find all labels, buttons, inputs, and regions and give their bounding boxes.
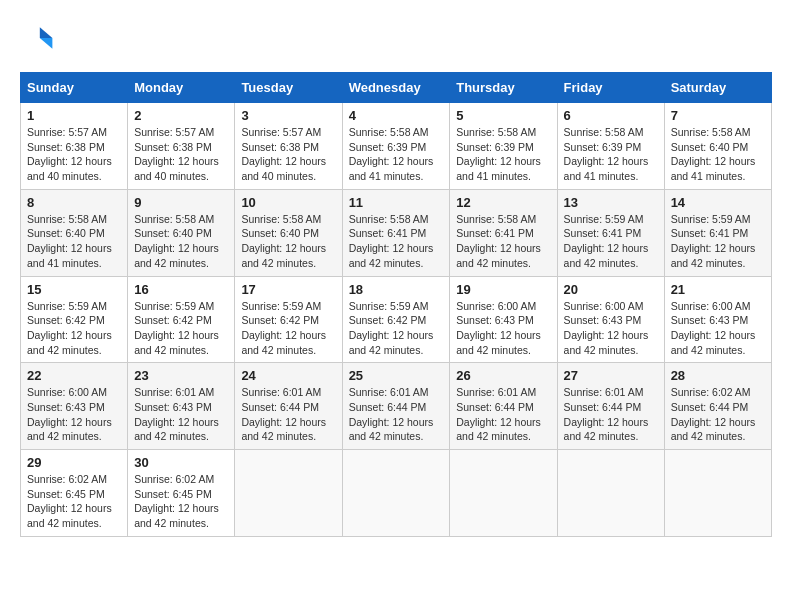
table-cell: 28Sunrise: 6:02 AMSunset: 6:44 PMDayligh… bbox=[664, 363, 771, 450]
table-cell: 6Sunrise: 5:58 AMSunset: 6:39 PMDaylight… bbox=[557, 103, 664, 190]
page-header bbox=[20, 20, 772, 56]
day-info: Sunrise: 6:02 AMSunset: 6:45 PMDaylight:… bbox=[134, 472, 228, 531]
col-thursday: Thursday bbox=[450, 73, 557, 103]
table-cell: 17Sunrise: 5:59 AMSunset: 6:42 PMDayligh… bbox=[235, 276, 342, 363]
col-sunday: Sunday bbox=[21, 73, 128, 103]
table-cell: 7Sunrise: 5:58 AMSunset: 6:40 PMDaylight… bbox=[664, 103, 771, 190]
day-info: Sunrise: 5:58 AMSunset: 6:40 PMDaylight:… bbox=[241, 212, 335, 271]
day-number: 24 bbox=[241, 368, 335, 383]
day-number: 13 bbox=[564, 195, 658, 210]
calendar-table: Sunday Monday Tuesday Wednesday Thursday… bbox=[20, 72, 772, 537]
col-saturday: Saturday bbox=[664, 73, 771, 103]
table-row: 1Sunrise: 5:57 AMSunset: 6:38 PMDaylight… bbox=[21, 103, 772, 190]
table-cell: 22Sunrise: 6:00 AMSunset: 6:43 PMDayligh… bbox=[21, 363, 128, 450]
table-cell: 8Sunrise: 5:58 AMSunset: 6:40 PMDaylight… bbox=[21, 189, 128, 276]
table-cell: 4Sunrise: 5:58 AMSunset: 6:39 PMDaylight… bbox=[342, 103, 450, 190]
svg-marker-1 bbox=[40, 38, 53, 49]
table-row: 22Sunrise: 6:00 AMSunset: 6:43 PMDayligh… bbox=[21, 363, 772, 450]
day-info: Sunrise: 5:58 AMSunset: 6:40 PMDaylight:… bbox=[134, 212, 228, 271]
day-number: 30 bbox=[134, 455, 228, 470]
header-row: Sunday Monday Tuesday Wednesday Thursday… bbox=[21, 73, 772, 103]
day-info: Sunrise: 5:59 AMSunset: 6:41 PMDaylight:… bbox=[671, 212, 765, 271]
day-number: 25 bbox=[349, 368, 444, 383]
table-cell: 12Sunrise: 5:58 AMSunset: 6:41 PMDayligh… bbox=[450, 189, 557, 276]
day-number: 4 bbox=[349, 108, 444, 123]
table-cell: 27Sunrise: 6:01 AMSunset: 6:44 PMDayligh… bbox=[557, 363, 664, 450]
day-number: 11 bbox=[349, 195, 444, 210]
day-info: Sunrise: 6:00 AMSunset: 6:43 PMDaylight:… bbox=[564, 299, 658, 358]
day-number: 21 bbox=[671, 282, 765, 297]
calendar-body: 1Sunrise: 5:57 AMSunset: 6:38 PMDaylight… bbox=[21, 103, 772, 537]
day-number: 9 bbox=[134, 195, 228, 210]
day-number: 2 bbox=[134, 108, 228, 123]
day-number: 10 bbox=[241, 195, 335, 210]
day-info: Sunrise: 6:01 AMSunset: 6:44 PMDaylight:… bbox=[241, 385, 335, 444]
table-cell: 24Sunrise: 6:01 AMSunset: 6:44 PMDayligh… bbox=[235, 363, 342, 450]
day-info: Sunrise: 5:57 AMSunset: 6:38 PMDaylight:… bbox=[134, 125, 228, 184]
table-cell: 18Sunrise: 5:59 AMSunset: 6:42 PMDayligh… bbox=[342, 276, 450, 363]
day-info: Sunrise: 5:57 AMSunset: 6:38 PMDaylight:… bbox=[27, 125, 121, 184]
table-cell: 16Sunrise: 5:59 AMSunset: 6:42 PMDayligh… bbox=[128, 276, 235, 363]
day-number: 5 bbox=[456, 108, 550, 123]
day-number: 15 bbox=[27, 282, 121, 297]
day-number: 14 bbox=[671, 195, 765, 210]
day-number: 22 bbox=[27, 368, 121, 383]
table-cell: 3Sunrise: 5:57 AMSunset: 6:38 PMDaylight… bbox=[235, 103, 342, 190]
table-cell: 2Sunrise: 5:57 AMSunset: 6:38 PMDaylight… bbox=[128, 103, 235, 190]
day-info: Sunrise: 5:59 AMSunset: 6:42 PMDaylight:… bbox=[349, 299, 444, 358]
day-info: Sunrise: 5:58 AMSunset: 6:40 PMDaylight:… bbox=[27, 212, 121, 271]
day-number: 27 bbox=[564, 368, 658, 383]
day-info: Sunrise: 6:01 AMSunset: 6:44 PMDaylight:… bbox=[564, 385, 658, 444]
day-info: Sunrise: 5:58 AMSunset: 6:39 PMDaylight:… bbox=[349, 125, 444, 184]
calendar-header: Sunday Monday Tuesday Wednesday Thursday… bbox=[21, 73, 772, 103]
table-cell: 26Sunrise: 6:01 AMSunset: 6:44 PMDayligh… bbox=[450, 363, 557, 450]
table-cell: 14Sunrise: 5:59 AMSunset: 6:41 PMDayligh… bbox=[664, 189, 771, 276]
day-info: Sunrise: 6:01 AMSunset: 6:44 PMDaylight:… bbox=[349, 385, 444, 444]
table-cell: 20Sunrise: 6:00 AMSunset: 6:43 PMDayligh… bbox=[557, 276, 664, 363]
day-info: Sunrise: 5:59 AMSunset: 6:42 PMDaylight:… bbox=[241, 299, 335, 358]
day-info: Sunrise: 5:58 AMSunset: 6:39 PMDaylight:… bbox=[456, 125, 550, 184]
table-cell bbox=[235, 450, 342, 537]
day-info: Sunrise: 6:02 AMSunset: 6:44 PMDaylight:… bbox=[671, 385, 765, 444]
table-cell bbox=[450, 450, 557, 537]
day-number: 29 bbox=[27, 455, 121, 470]
day-number: 3 bbox=[241, 108, 335, 123]
day-number: 20 bbox=[564, 282, 658, 297]
col-wednesday: Wednesday bbox=[342, 73, 450, 103]
table-cell: 15Sunrise: 5:59 AMSunset: 6:42 PMDayligh… bbox=[21, 276, 128, 363]
table-cell: 30Sunrise: 6:02 AMSunset: 6:45 PMDayligh… bbox=[128, 450, 235, 537]
table-row: 15Sunrise: 5:59 AMSunset: 6:42 PMDayligh… bbox=[21, 276, 772, 363]
day-number: 28 bbox=[671, 368, 765, 383]
day-number: 7 bbox=[671, 108, 765, 123]
col-monday: Monday bbox=[128, 73, 235, 103]
day-info: Sunrise: 5:59 AMSunset: 6:41 PMDaylight:… bbox=[564, 212, 658, 271]
logo-icon bbox=[20, 20, 56, 56]
day-info: Sunrise: 6:01 AMSunset: 6:43 PMDaylight:… bbox=[134, 385, 228, 444]
table-cell: 23Sunrise: 6:01 AMSunset: 6:43 PMDayligh… bbox=[128, 363, 235, 450]
day-info: Sunrise: 5:58 AMSunset: 6:41 PMDaylight:… bbox=[456, 212, 550, 271]
table-cell bbox=[557, 450, 664, 537]
day-number: 19 bbox=[456, 282, 550, 297]
table-row: 8Sunrise: 5:58 AMSunset: 6:40 PMDaylight… bbox=[21, 189, 772, 276]
day-number: 12 bbox=[456, 195, 550, 210]
day-info: Sunrise: 6:00 AMSunset: 6:43 PMDaylight:… bbox=[671, 299, 765, 358]
day-number: 16 bbox=[134, 282, 228, 297]
table-cell: 10Sunrise: 5:58 AMSunset: 6:40 PMDayligh… bbox=[235, 189, 342, 276]
day-number: 26 bbox=[456, 368, 550, 383]
day-info: Sunrise: 5:59 AMSunset: 6:42 PMDaylight:… bbox=[27, 299, 121, 358]
logo bbox=[20, 20, 60, 56]
table-cell: 19Sunrise: 6:00 AMSunset: 6:43 PMDayligh… bbox=[450, 276, 557, 363]
day-info: Sunrise: 5:58 AMSunset: 6:40 PMDaylight:… bbox=[671, 125, 765, 184]
day-info: Sunrise: 6:02 AMSunset: 6:45 PMDaylight:… bbox=[27, 472, 121, 531]
table-cell bbox=[664, 450, 771, 537]
table-cell: 29Sunrise: 6:02 AMSunset: 6:45 PMDayligh… bbox=[21, 450, 128, 537]
day-number: 1 bbox=[27, 108, 121, 123]
day-number: 8 bbox=[27, 195, 121, 210]
day-info: Sunrise: 6:00 AMSunset: 6:43 PMDaylight:… bbox=[27, 385, 121, 444]
svg-marker-0 bbox=[40, 27, 53, 38]
day-info: Sunrise: 5:59 AMSunset: 6:42 PMDaylight:… bbox=[134, 299, 228, 358]
table-cell bbox=[342, 450, 450, 537]
day-number: 17 bbox=[241, 282, 335, 297]
day-info: Sunrise: 5:58 AMSunset: 6:41 PMDaylight:… bbox=[349, 212, 444, 271]
col-friday: Friday bbox=[557, 73, 664, 103]
